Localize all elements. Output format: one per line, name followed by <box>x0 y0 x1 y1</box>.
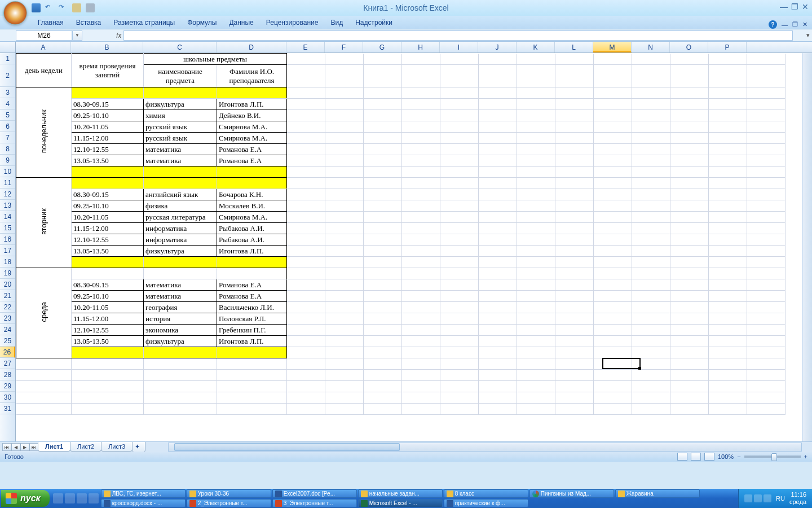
tab-data[interactable]: Данные <box>223 16 259 29</box>
horizontal-scrollbar[interactable] <box>168 443 802 452</box>
row-header[interactable]: 19 <box>0 268 15 279</box>
col-header[interactable]: H <box>401 42 440 52</box>
cell[interactable]: физкультура <box>144 336 217 347</box>
row-header[interactable]: 30 <box>0 392 15 403</box>
cell[interactable]: математика <box>144 279 217 291</box>
row-header[interactable]: 10 <box>0 166 15 177</box>
row-header[interactable]: 9 <box>0 155 15 166</box>
col-header[interactable]: A <box>16 42 71 52</box>
cell[interactable]: Смирнова М.А. <box>217 212 287 223</box>
ql-icon[interactable] <box>89 493 99 503</box>
taskbar-item[interactable]: ЛВС, ГС, изернет... <box>101 489 186 498</box>
sheet-nav-prev[interactable]: ◀ <box>11 443 20 451</box>
cell[interactable] <box>144 257 217 268</box>
col-header[interactable]: J <box>478 42 517 52</box>
row-header[interactable]: 6 <box>0 121 15 132</box>
cell[interactable]: английский язык <box>144 189 217 200</box>
restore-button[interactable]: ❐ <box>791 2 798 11</box>
vertical-scrollbar[interactable] <box>802 53 812 441</box>
cell[interactable]: география <box>144 302 217 313</box>
col-header[interactable]: F <box>325 42 363 52</box>
doc-minimize-button[interactable]: — <box>782 21 788 28</box>
save-icon[interactable] <box>32 3 41 12</box>
cell[interactable] <box>72 87 144 99</box>
col-header[interactable]: P <box>708 42 747 52</box>
cell[interactable]: 08.30-09.15 <box>72 99 144 110</box>
office-button[interactable] <box>3 1 27 25</box>
taskbar-item[interactable]: 3_Электронные т... <box>272 499 357 507</box>
row-header[interactable]: 31 <box>0 403 15 414</box>
cell-day-mon[interactable]: понедельник <box>16 87 72 178</box>
cell[interactable]: время проведения занятий <box>72 54 144 87</box>
doc-restore-button[interactable]: ❐ <box>792 21 798 28</box>
sheet-tab[interactable]: Лист2 <box>70 442 102 452</box>
cell[interactable]: Рыбакова А.И. <box>217 223 287 234</box>
taskbar-item[interactable]: 2_Электронные т... <box>187 499 271 507</box>
col-header[interactable]: M <box>593 42 632 52</box>
zoom-slider[interactable] <box>744 456 801 458</box>
cell[interactable]: 08.30-09.15 <box>72 189 144 200</box>
row-header[interactable]: 7 <box>0 132 15 143</box>
row-header[interactable]: 2 <box>0 64 15 87</box>
col-header[interactable]: O <box>670 42 708 52</box>
quick-print-icon[interactable] <box>86 3 95 12</box>
cell[interactable]: 13.05-13.50 <box>72 155 144 167</box>
tab-review[interactable]: Рецензирование <box>260 16 325 29</box>
cell-day-wed[interactable]: среда <box>16 268 72 358</box>
cell[interactable]: день недели <box>16 54 72 87</box>
ql-icon[interactable] <box>53 493 63 503</box>
cell[interactable] <box>217 178 287 189</box>
close-button[interactable]: ✕ <box>802 2 809 11</box>
cell[interactable] <box>217 167 287 178</box>
cell[interactable]: математика <box>144 291 217 302</box>
row-header[interactable]: 29 <box>0 380 15 392</box>
name-box-dropdown[interactable]: ▼ <box>72 30 82 41</box>
cell[interactable] <box>72 178 144 189</box>
redo-icon[interactable]: ↷ <box>59 3 68 12</box>
tray-icon[interactable] <box>744 494 752 502</box>
cell[interactable]: математика <box>144 144 217 155</box>
cell[interactable]: русский язык <box>144 133 217 144</box>
tab-home[interactable]: Главная <box>32 16 70 29</box>
cell[interactable]: 13.05-13.50 <box>72 336 144 347</box>
cell[interactable]: химия <box>144 110 217 121</box>
cell[interactable]: 11.15-12.00 <box>72 313 144 325</box>
sheet-tab[interactable]: Лист3 <box>101 442 133 452</box>
taskbar-item[interactable]: Жаравина <box>615 489 700 498</box>
cell[interactable]: физкультура <box>144 246 217 257</box>
cell[interactable] <box>144 347 217 358</box>
taskbar-item[interactable]: начальные задан... <box>358 489 443 498</box>
col-header[interactable]: E <box>286 42 325 52</box>
cell[interactable]: Игонтова Л.П. <box>217 336 287 347</box>
row-header[interactable]: 27 <box>0 358 15 369</box>
row-header[interactable]: 28 <box>0 369 15 380</box>
tab-insert[interactable]: Вставка <box>70 16 108 29</box>
cell[interactable]: 09.25-10.10 <box>72 200 144 212</box>
normal-view-button[interactable] <box>677 453 687 461</box>
row-header[interactable]: 13 <box>0 200 15 211</box>
cell[interactable]: 12.10-12.55 <box>72 325 144 336</box>
cell[interactable]: 09.25-10.10 <box>72 291 144 302</box>
cell[interactable]: информатика <box>144 234 217 246</box>
col-header[interactable]: L <box>555 42 593 52</box>
cell[interactable]: 09.25-10.10 <box>72 110 144 121</box>
row-header[interactable]: 23 <box>0 313 15 324</box>
row-header[interactable]: 24 <box>0 324 15 335</box>
cell[interactable]: 11.15-12.00 <box>72 133 144 144</box>
row-header[interactable]: 22 <box>0 301 15 313</box>
cell[interactable]: Романова Е.А <box>217 144 287 155</box>
cell[interactable] <box>72 167 144 178</box>
cell[interactable]: Бочарова К.Н. <box>217 189 287 200</box>
cells-area[interactable]: день недели время проведения занятий шко… <box>16 53 802 441</box>
page-layout-view-button[interactable] <box>691 453 701 461</box>
tab-view[interactable]: Вид <box>324 16 349 29</box>
sheet-nav-next[interactable]: ▶ <box>20 443 29 451</box>
cell[interactable]: Гребенкин П.Г. <box>217 325 287 336</box>
doc-close-button[interactable]: ✕ <box>802 21 807 28</box>
taskbar-item[interactable]: 8 класс <box>444 489 528 498</box>
row-header[interactable]: 18 <box>0 256 15 268</box>
cell[interactable]: Рыбакова А.И. <box>217 234 287 246</box>
col-header[interactable]: C <box>143 42 217 52</box>
cell[interactable]: физкультура <box>144 99 217 110</box>
cell[interactable]: Игонтова Л.П. <box>217 99 287 110</box>
